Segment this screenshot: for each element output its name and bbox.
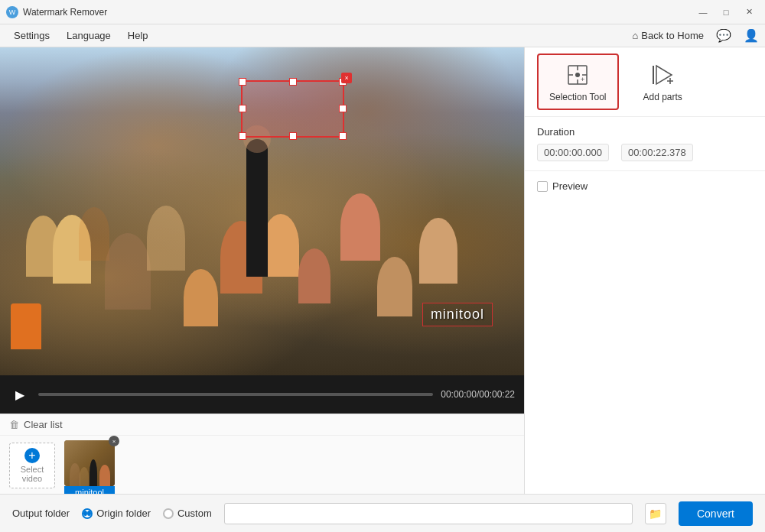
chat-icon: 💬 [716, 28, 731, 43]
preview-row: Preview [537, 180, 753, 192]
watermark-selection-box[interactable]: × [241, 80, 344, 138]
add-plus-icon: + [24, 448, 40, 463]
thumb-crowd-4 [99, 465, 110, 486]
progress-bar[interactable] [38, 393, 433, 396]
crowd-person-9 [298, 248, 330, 303]
radio-inner-dot [83, 511, 87, 516]
file-thumbnails: + Selectvideo × [0, 436, 524, 494]
convert-button[interactable]: Convert [679, 501, 753, 526]
minimize-button[interactable]: — [693, 5, 713, 20]
file-thumbnail-close[interactable]: × [109, 436, 119, 446]
selection-tool-label: Selection Tool [549, 92, 607, 102]
menu-bar-right: ⌂ Back to Home 💬 👤 [632, 28, 759, 43]
video-background: × minitool [0, 47, 524, 375]
clear-list-bar: 🗑 Clear list [0, 414, 524, 436]
add-parts-icon [649, 61, 676, 89]
orange-shirt [11, 303, 41, 349]
duration-end[interactable]: 00:00:22.378 [621, 144, 693, 161]
account-button[interactable]: 👤 [744, 28, 759, 43]
time-display: 00:00:00/00:00:22 [441, 389, 515, 400]
title-bar: W Watermark Remover — □ ✕ [0, 0, 765, 24]
thumb-crowd-1 [70, 463, 80, 486]
crowd-person-10 [340, 193, 380, 261]
video-controls: ▶ 00:00:00/00:00:22 [0, 375, 524, 414]
video-container: × minitool [0, 47, 524, 375]
selection-tool-button[interactable]: + Selection Tool [537, 54, 619, 110]
back-to-home-label: Back to Home [641, 30, 704, 41]
svg-text:+: + [581, 76, 584, 83]
standing-person [246, 139, 268, 277]
file-thumbnail-image [64, 440, 115, 486]
maximize-button[interactable]: □ [716, 5, 736, 20]
user-icon: 👤 [744, 28, 759, 43]
close-button[interactable]: ✕ [739, 5, 759, 20]
main-content: × minitool ▶ 00:00:00/00:00:22 🗑 Clear l… [0, 47, 765, 494]
custom-radio[interactable] [163, 508, 174, 519]
selection-tool-icon: + [564, 61, 591, 89]
file-list-area: 🗑 Clear list + Selectvideo × [0, 414, 524, 494]
output-folder-label: Output folder [12, 508, 70, 519]
menu-item-language[interactable]: Language [59, 27, 119, 44]
resize-handle-tm[interactable] [289, 78, 297, 86]
back-to-home-button[interactable]: ⌂ Back to Home [632, 30, 704, 41]
crowd-person-11 [377, 257, 412, 316]
resize-handle-rm[interactable] [339, 105, 347, 112]
tool-buttons: + Selection Tool Add parts [525, 47, 765, 117]
resize-handle-br[interactable] [339, 132, 347, 140]
crowd-person-6 [184, 269, 218, 326]
custom-radio-item[interactable]: Custom [163, 508, 212, 519]
crowd-person-3 [79, 207, 109, 261]
menu-bar: Settings Language Help ⌂ Back to Home 💬 … [0, 24, 765, 47]
app-icon: W [6, 6, 18, 18]
thumb-crowd-3 [90, 459, 97, 486]
selection-close-button[interactable]: × [341, 73, 352, 83]
add-video-label: Selectvideo [21, 465, 44, 483]
preview-checkbox[interactable] [537, 181, 548, 192]
preview-label[interactable]: Preview [552, 180, 588, 192]
play-button[interactable]: ▶ [9, 384, 31, 405]
origin-folder-label: Origin folder [96, 508, 151, 519]
right-panel: + Selection Tool Add parts Du [524, 47, 765, 494]
app-icon-letter: W [9, 8, 16, 16]
crowd-person-12 [419, 218, 457, 284]
play-icon: ▶ [15, 388, 24, 402]
duration-section: Duration 00:00:00.000 00:00:22.378 [525, 117, 765, 171]
thumbnail-bg [64, 440, 115, 486]
menu-item-settings[interactable]: Settings [6, 27, 57, 44]
video-watermark-text: minitool [422, 303, 493, 326]
window-controls: — □ ✕ [693, 5, 759, 20]
add-video-button[interactable]: + Selectvideo [9, 443, 55, 488]
crowd-person-4 [105, 233, 151, 310]
resize-handle-lm[interactable] [239, 105, 246, 112]
duration-label: Duration [537, 126, 753, 138]
add-parts-button[interactable]: Add parts [631, 54, 695, 110]
menu-bar-left: Settings Language Help [6, 27, 632, 44]
clear-list-button[interactable]: Clear list [24, 419, 63, 430]
video-panel: × minitool ▶ 00:00:00/00:00:22 🗑 Clear l… [0, 47, 524, 494]
home-icon: ⌂ [632, 30, 638, 41]
origin-folder-radio-item[interactable]: Origin folder [82, 508, 151, 519]
custom-label: Custom [177, 508, 212, 519]
browse-folder-button[interactable]: 📁 [645, 503, 666, 524]
menu-item-help[interactable]: Help [120, 27, 156, 44]
output-path-input[interactable] [224, 503, 633, 524]
thumb-crowd-2 [80, 467, 89, 486]
resize-handle-bm[interactable] [289, 132, 297, 140]
add-parts-label: Add parts [643, 92, 682, 102]
folder-icon: 📁 [649, 508, 662, 520]
crowd-person-5 [147, 206, 185, 271]
preview-section: Preview [525, 171, 765, 494]
bottom-bar: Output folder Origin folder Custom 📁 Con… [0, 494, 765, 532]
file-thumbnail[interactable]: × minitool [64, 440, 115, 491]
chat-button[interactable]: 💬 [716, 28, 731, 43]
file-thumbnail-label: minitool [64, 486, 115, 494]
app-title: Watermark Remover [23, 7, 693, 18]
duration-start[interactable]: 00:00:00.000 [537, 144, 609, 161]
resize-handle-bl[interactable] [239, 132, 246, 140]
duration-times: 00:00:00.000 00:00:22.378 [537, 144, 753, 161]
trash-icon: 🗑 [9, 419, 19, 430]
resize-handle-tl[interactable] [239, 78, 246, 86]
origin-folder-radio[interactable] [82, 508, 93, 519]
radio-group: Origin folder Custom [82, 508, 212, 519]
svg-point-1 [575, 73, 580, 77]
